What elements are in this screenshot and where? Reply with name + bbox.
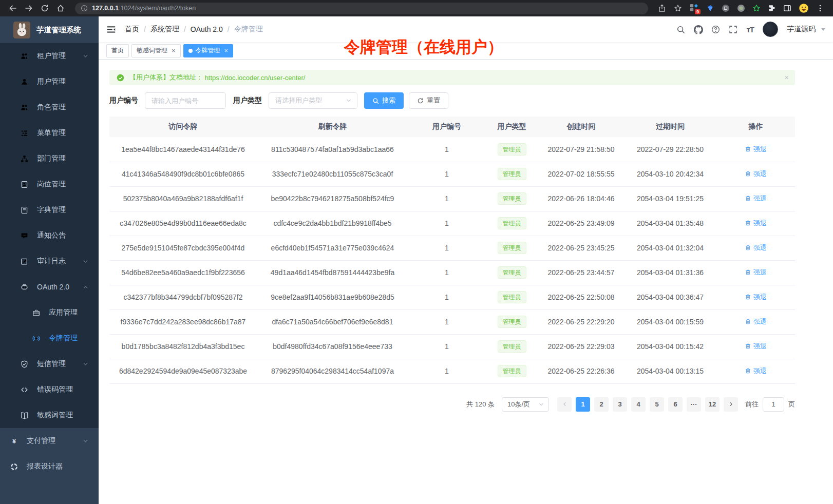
post-icon <box>21 181 28 188</box>
sidebar-item[interactable]: 岗位管理 <box>0 171 99 197</box>
force-logout-button[interactable]: 强退 <box>745 169 767 179</box>
share-icon[interactable] <box>658 4 667 13</box>
force-logout-button[interactable]: 强退 <box>745 219 767 228</box>
dict-icon <box>21 206 28 214</box>
fullscreen-icon[interactable] <box>729 25 737 34</box>
force-logout-button[interactable]: 强退 <box>745 243 767 253</box>
search-button[interactable]: 搜索 <box>364 92 404 109</box>
sidebar-item[interactable]: 角色管理 <box>0 94 99 120</box>
sidebar-item[interactable]: 用户管理 <box>0 69 99 94</box>
profile-avatar-icon[interactable] <box>799 3 809 13</box>
trash-icon <box>745 244 751 251</box>
force-logout-button[interactable]: 强退 <box>745 268 767 277</box>
hamburger-icon[interactable] <box>106 25 116 34</box>
force-logout-button[interactable]: 强退 <box>745 366 767 376</box>
page-button-2[interactable]: 2 <box>594 397 609 412</box>
access-token-cell: 6d842e2924594de9a09e45e087323abe <box>109 359 257 383</box>
side-panel-icon[interactable] <box>783 4 791 12</box>
close-icon[interactable]: × <box>172 47 176 54</box>
tab-1[interactable]: 敏感词管理× <box>131 44 181 57</box>
bookmark-star-icon[interactable] <box>674 4 683 13</box>
chevron-down-icon[interactable] <box>821 28 825 31</box>
tab-2[interactable]: 令牌管理× <box>183 44 234 57</box>
puzzle-extensions-icon[interactable] <box>768 4 776 12</box>
page-button-3[interactable]: 3 <box>613 397 627 412</box>
force-logout-button[interactable]: 强退 <box>745 194 767 203</box>
close-icon[interactable]: × <box>224 47 229 54</box>
column-header: 访问令牌 <box>109 117 257 137</box>
back-icon[interactable] <box>9 4 17 13</box>
sidebar-item[interactable]: 通知公告 <box>0 223 99 248</box>
help-icon[interactable] <box>711 25 720 34</box>
expire-time-cell: 2022-07-29 22:28:50 <box>624 137 716 162</box>
extension-grid-icon[interactable]: 9 <box>690 4 699 13</box>
logo-rabbit-icon <box>13 22 30 38</box>
reset-button[interactable]: 重置 <box>409 92 448 109</box>
sidebar-item[interactable]: 审计日志 <box>0 248 99 274</box>
sidebar-item[interactable]: 敏感词管理 <box>0 402 99 428</box>
url-bar[interactable]: 127.0.0.1:1024/system/oauth2/token <box>75 3 648 14</box>
sidebar-item-label: 审计日志 <box>37 257 66 266</box>
gem-extension-icon[interactable] <box>706 4 714 12</box>
next-page-button[interactable] <box>724 397 738 412</box>
user-name[interactable]: 芋道源码 <box>787 25 816 34</box>
refresh-token-cell: 811c530487574fa0af1a59d3abc1aa66 <box>257 137 408 162</box>
reload-icon[interactable] <box>41 4 49 13</box>
avatar[interactable] <box>763 22 778 37</box>
github-icon[interactable] <box>694 25 703 34</box>
goto-page-input[interactable] <box>763 397 784 412</box>
font-size-icon[interactable]: тT <box>746 25 754 34</box>
user-id-input[interactable] <box>145 92 226 109</box>
user-type-placeholder: 请选择用户类型 <box>275 96 322 105</box>
sidebar-item[interactable]: 部门管理 <box>0 146 99 171</box>
more-menu-icon[interactable] <box>816 4 824 12</box>
force-logout-button[interactable]: 强退 <box>745 317 767 326</box>
force-logout-button[interactable]: 强退 <box>745 145 767 154</box>
alert-link[interactable]: https://doc.iocoder.cn/user-center/ <box>205 74 306 82</box>
breadcrumb-item[interactable]: 系统管理 <box>150 25 179 34</box>
user-type-select[interactable]: 请选择用户类型 <box>269 92 357 109</box>
prev-page-button[interactable] <box>557 397 572 412</box>
breadcrumb-item[interactable]: 令牌管理 <box>234 25 263 34</box>
close-icon[interactable]: × <box>784 73 789 81</box>
sidebar-item[interactable]: 菜单管理 <box>0 120 99 146</box>
expire-time-cell: 2054-03-04 01:35:48 <box>624 211 716 236</box>
create-time-cell: 2022-06-25 22:50:08 <box>538 285 624 309</box>
page-button-6[interactable]: 6 <box>668 397 683 412</box>
force-logout-button[interactable]: 强退 <box>745 342 767 351</box>
breadcrumb-item[interactable]: OAuth 2.0 <box>191 25 223 33</box>
star-extension-icon[interactable] <box>752 4 761 12</box>
sidebar-subitem[interactable]: 令牌管理 <box>0 325 99 351</box>
page-button-4[interactable]: 4 <box>631 397 646 412</box>
page-size-select[interactable]: 10条/页 <box>502 397 549 412</box>
forward-icon[interactable] <box>25 4 33 13</box>
alert-text: 【用户体系】文档地址： <box>129 73 203 82</box>
sidebar-item[interactable]: 字典管理 <box>0 197 99 223</box>
sidebar-item[interactable]: 租户管理 <box>0 43 99 69</box>
dept-icon <box>21 155 28 163</box>
sidebar-item[interactable]: 短信管理 <box>0 351 99 377</box>
user-id-cell: 1 <box>408 309 485 334</box>
tab-0[interactable]: 首页 <box>106 44 129 57</box>
breadcrumb-item[interactable]: 首页 <box>125 25 139 34</box>
home-icon[interactable] <box>56 4 65 13</box>
sidebar-item[interactable]: OAuth 2.0 <box>0 274 99 300</box>
site-info-icon[interactable] <box>81 5 88 12</box>
command-extension-icon[interactable] <box>722 4 730 12</box>
sidebar-subitem[interactable]: 应用管理 <box>0 300 99 325</box>
search-icon[interactable] <box>676 25 685 34</box>
trash-icon <box>745 294 751 300</box>
user-type-tag: 管理员 <box>498 316 526 328</box>
page-button-5[interactable]: 5 <box>650 397 664 412</box>
page-button-···[interactable]: ··· <box>687 397 701 412</box>
force-logout-button[interactable]: 强退 <box>745 293 767 302</box>
sidebar-root-item[interactable]: ¥支付管理 <box>0 428 99 454</box>
recorder-extension-icon[interactable] <box>737 4 745 12</box>
app-logo[interactable]: 芋道管理系统 <box>0 16 99 43</box>
sidebar-root-item[interactable]: 报表设计器 <box>0 454 99 479</box>
page-button-1[interactable]: 1 <box>576 397 590 412</box>
page-button-12[interactable]: 12 <box>705 397 720 412</box>
sidebar-item[interactable]: 错误码管理 <box>0 377 99 402</box>
user-id-cell: 1 <box>408 285 485 309</box>
user-id-cell: 1 <box>408 137 485 162</box>
